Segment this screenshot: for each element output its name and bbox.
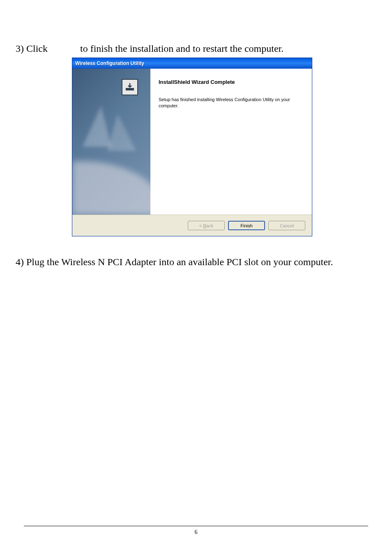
- dialog-title: Wireless Configuration Utility: [75, 60, 144, 66]
- installer-icon: [122, 79, 138, 95]
- dialog-body: InstallShield Wizard Complete Setup has …: [72, 69, 312, 215]
- wizard-complete-description: Setup has finished installing Wireless C…: [159, 97, 304, 109]
- wizard-complete-heading: InstallShield Wizard Complete: [159, 79, 304, 85]
- step4-text: 4) Plug the Wireless N PCI Adapter into …: [16, 257, 333, 268]
- footer-rule: [24, 526, 368, 526]
- dialog-button-row: < Back Finish Cancel: [72, 215, 312, 236]
- step3-click-text: 3) Click: [16, 43, 48, 54]
- cancel-button: Cancel: [268, 221, 305, 230]
- dialog-sidebar-image: [72, 69, 150, 215]
- dialog-content: InstallShield Wizard Complete Setup has …: [150, 69, 312, 215]
- svg-rect-0: [126, 88, 134, 90]
- page-number: 6: [195, 529, 198, 536]
- dialog-title-bar: Wireless Configuration Utility: [72, 58, 312, 69]
- finish-button[interactable]: Finish: [228, 221, 265, 230]
- back-button: < Back: [188, 221, 225, 230]
- installer-dialog: Wireless Configuration Utility InstallSh…: [72, 58, 312, 236]
- step3-remainder-text: to finish the installation and to restar…: [80, 43, 284, 54]
